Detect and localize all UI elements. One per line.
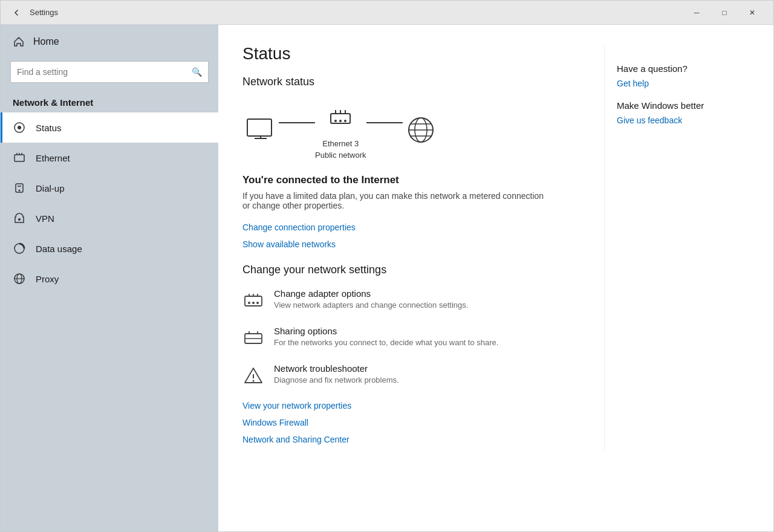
sidebar-item-status-label: Status xyxy=(36,123,62,133)
sidebar-item-proxy-label: Proxy xyxy=(36,274,59,284)
line2 xyxy=(366,122,403,123)
network-type-label: Public network xyxy=(315,151,366,160)
back-arrow-icon xyxy=(13,9,20,16)
change-settings-title: Change your network settings xyxy=(242,264,604,276)
dialup-icon xyxy=(13,181,26,195)
svg-rect-2 xyxy=(15,155,24,161)
get-help-link[interactable]: Get help xyxy=(617,79,737,88)
troubleshooter-text: Network troubleshooter Diagnose and fix … xyxy=(274,363,399,384)
sidebar-item-dialup-label: Dial-up xyxy=(36,183,65,193)
page-title: Status xyxy=(242,44,604,63)
connected-title: You're connected to the Internet xyxy=(242,174,604,186)
troubleshooter-desc: Diagnose and fix network problems. xyxy=(274,375,399,384)
sharing-options-item[interactable]: Sharing options For the networks you con… xyxy=(242,326,604,349)
window-controls: ─ □ ✕ xyxy=(683,3,766,22)
search-box[interactable]: 🔍 xyxy=(10,61,209,83)
make-better-title: Make Windows better xyxy=(617,100,737,111)
line1 xyxy=(279,122,315,123)
question-title: Have a question? xyxy=(617,63,737,74)
network-diagram: Ethernet 3 Public network xyxy=(242,100,604,160)
right-panel: Have a question? Get help Make Windows b… xyxy=(604,44,749,452)
sidebar: Home 🔍 Network & Internet Status xyxy=(1,25,218,531)
ethernet-icon xyxy=(13,151,26,164)
svg-point-22 xyxy=(339,120,342,122)
windows-firewall-link[interactable]: Windows Firewall xyxy=(242,418,604,427)
sharing-icon xyxy=(242,327,264,349)
content-main: Status Network status xyxy=(242,44,749,452)
view-properties-link[interactable]: View your network properties xyxy=(242,401,604,410)
svg-point-33 xyxy=(248,302,250,304)
feedback-link[interactable]: Give us feedback xyxy=(617,115,737,125)
adapter-icon xyxy=(242,290,264,311)
content-body: Status Network status xyxy=(242,44,604,452)
svg-rect-29 xyxy=(245,296,262,306)
home-icon xyxy=(13,36,25,48)
main-layout: Home 🔍 Network & Internet Status xyxy=(1,25,773,531)
globe-icon xyxy=(403,112,439,148)
sidebar-item-ethernet-label: Ethernet xyxy=(36,153,70,163)
network-status-title: Network status xyxy=(242,76,604,88)
svg-point-23 xyxy=(344,120,346,122)
sidebar-item-ethernet[interactable]: Ethernet xyxy=(1,143,218,173)
sharing-title: Sharing options xyxy=(274,326,498,336)
svg-point-35 xyxy=(256,302,259,304)
sharing-center-link[interactable]: Network and Sharing Center xyxy=(242,435,604,444)
sharing-desc: For the networks you connect to, decide … xyxy=(274,338,498,347)
close-button[interactable]: ✕ xyxy=(738,3,766,22)
sharing-text: Sharing options For the networks you con… xyxy=(274,326,498,347)
change-properties-link[interactable]: Change connection properties xyxy=(242,222,604,232)
ethernet-label: Ethernet 3 xyxy=(322,139,359,148)
maximize-button[interactable]: □ xyxy=(711,3,738,22)
sidebar-item-dialup[interactable]: Dial-up xyxy=(1,173,218,203)
vpn-icon xyxy=(13,212,26,225)
sidebar-home-button[interactable]: Home xyxy=(1,25,218,59)
adapter-options-item[interactable]: Change adapter options View network adap… xyxy=(242,288,604,311)
svg-point-9 xyxy=(18,218,21,221)
sidebar-item-datausage[interactable]: Data usage xyxy=(1,233,218,264)
computer-node xyxy=(242,112,279,148)
back-button[interactable] xyxy=(8,4,25,21)
search-icon: 🔍 xyxy=(192,67,202,77)
window-title: Settings xyxy=(30,8,683,17)
search-input[interactable] xyxy=(17,67,192,77)
minimize-button[interactable]: ─ xyxy=(683,3,711,22)
troubleshooter-icon xyxy=(242,365,264,386)
sidebar-item-datausage-label: Data usage xyxy=(36,244,82,254)
svg-point-41 xyxy=(253,380,255,382)
sidebar-item-vpn-label: VPN xyxy=(36,213,54,224)
sidebar-item-status[interactable]: Status xyxy=(1,112,218,143)
sidebar-item-proxy[interactable]: Proxy xyxy=(1,264,218,294)
router-icon xyxy=(322,100,359,137)
proxy-icon xyxy=(13,272,26,285)
settings-window: Settings ─ □ ✕ Home 🔍 Network & Internet xyxy=(0,0,774,532)
troubleshooter-title: Network troubleshooter xyxy=(274,363,399,374)
svg-point-7 xyxy=(19,190,21,192)
ethernet-node: Ethernet 3 Public network xyxy=(315,100,366,160)
adapter-text: Change adapter options View network adap… xyxy=(274,288,468,310)
sidebar-item-vpn[interactable]: VPN xyxy=(1,203,218,233)
svg-point-21 xyxy=(334,120,337,122)
adapter-title: Change adapter options xyxy=(274,288,468,299)
connected-desc: If you have a limited data plan, you can… xyxy=(242,191,545,210)
titlebar: Settings ─ □ ✕ xyxy=(1,1,773,25)
status-icon xyxy=(13,121,26,134)
adapter-desc: View network adapters and change connect… xyxy=(274,300,468,310)
content-area: Status Network status xyxy=(218,25,773,531)
svg-point-34 xyxy=(252,302,255,304)
show-networks-link[interactable]: Show available networks xyxy=(242,239,604,249)
sidebar-section-title: Network & Internet xyxy=(1,90,218,112)
home-label: Home xyxy=(33,36,59,47)
computer-icon xyxy=(242,112,279,148)
svg-point-1 xyxy=(18,126,21,129)
internet-node xyxy=(403,112,439,148)
datausage-icon xyxy=(13,242,26,255)
troubleshooter-item[interactable]: Network troubleshooter Diagnose and fix … xyxy=(242,363,604,386)
svg-rect-14 xyxy=(247,119,272,136)
